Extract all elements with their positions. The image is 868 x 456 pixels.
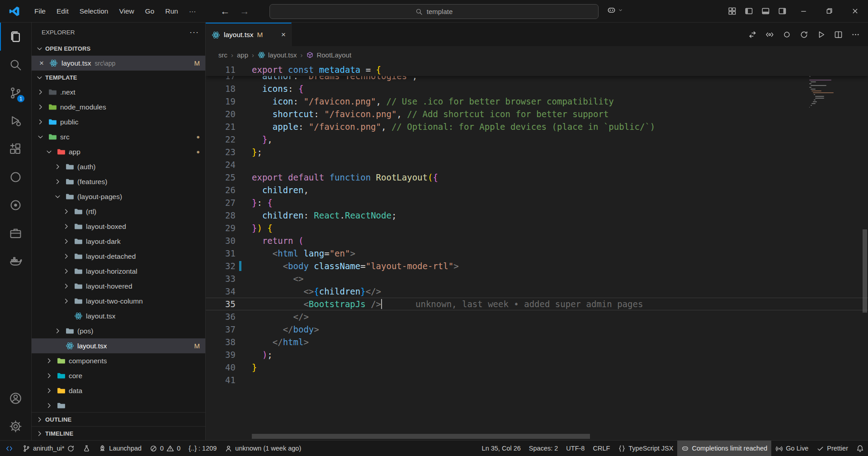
code-line-31[interactable]: 31 <html lang="en"> xyxy=(206,247,868,260)
toggle-primary-sidebar-icon[interactable] xyxy=(741,0,757,23)
settings-icon[interactable] xyxy=(0,412,31,440)
code-line-33[interactable]: 33 <> xyxy=(206,272,868,285)
status-encoding[interactable]: UTF-8 xyxy=(562,441,589,456)
command-center-search[interactable]: template xyxy=(269,4,599,19)
split-editor-icon[interactable] xyxy=(832,28,844,41)
docker-icon[interactable] xyxy=(0,247,31,275)
workspace-header[interactable]: TEMPLATE xyxy=(32,71,205,85)
code-line-19[interactable]: 19 icon: "/favicon.png", // Use .ico for… xyxy=(206,95,868,108)
menu-selection[interactable]: Selection xyxy=(74,5,114,18)
forward-arrow-icon[interactable]: → xyxy=(240,6,249,17)
tree-item-core[interactable]: core xyxy=(32,368,205,383)
code-line-40[interactable]: 40} xyxy=(206,361,868,374)
more-actions-icon[interactable] xyxy=(849,28,862,41)
tree-item-data[interactable]: data xyxy=(32,383,205,398)
customize-layout-icon[interactable] xyxy=(724,0,741,23)
tree-item-layout-horizontal[interactable]: layout-horizontal xyxy=(32,264,205,279)
menu-run[interactable]: Run xyxy=(160,5,183,18)
tree-item-node_modules[interactable]: node_modules xyxy=(32,100,205,114)
copilot-menu-button[interactable] xyxy=(607,5,623,15)
vertical-scrollbar[interactable] xyxy=(862,63,868,440)
run-code-icon[interactable] xyxy=(815,28,827,41)
tree-item-(layout-pages)[interactable]: (layout-pages) xyxy=(32,189,205,204)
code-line-28[interactable]: 28 children: React.ReactNode; xyxy=(206,209,868,222)
more-actions-icon[interactable]: ··· xyxy=(189,28,199,37)
tree-item-(features)[interactable]: (features) xyxy=(32,174,205,189)
menu-view[interactable]: View xyxy=(113,5,139,18)
menu-edit[interactable]: Edit xyxy=(51,5,74,18)
gitlens-icon[interactable] xyxy=(0,191,31,219)
status-cursor-position[interactable]: Ln 35, Col 26 xyxy=(478,441,525,456)
tree-item-src[interactable]: src● xyxy=(32,129,205,144)
tree-item-partial[interactable] xyxy=(32,398,205,412)
code-line-36[interactable]: 36 </> xyxy=(206,310,868,323)
code-line-39[interactable]: 39 ); xyxy=(206,348,868,361)
status-copilot-status[interactable]: Completions limit reached xyxy=(677,441,771,456)
tree-item-public[interactable]: public xyxy=(32,114,205,129)
remote-explorer-icon[interactable] xyxy=(0,219,31,247)
code-editor[interactable]: 11export const metadata = { 17 author: "… xyxy=(206,63,868,440)
status-eol[interactable]: CRLF xyxy=(589,441,614,456)
run-and-debug-icon[interactable] xyxy=(0,107,31,135)
horizontal-scrollbar[interactable] xyxy=(252,434,590,439)
status-problems[interactable]: 00 xyxy=(146,441,184,456)
code-line-24[interactable]: 24 xyxy=(206,158,868,171)
code-line-26[interactable]: 26 children, xyxy=(206,184,868,196)
scrollbar-thumb[interactable] xyxy=(863,229,867,313)
status-notifications[interactable] xyxy=(852,441,868,456)
open-preview-icon[interactable] xyxy=(763,28,776,41)
tree-item-app[interactable]: app● xyxy=(32,144,205,159)
tree-item-.next[interactable]: .next xyxy=(32,85,205,100)
search-icon[interactable] xyxy=(0,51,31,79)
code-line-37[interactable]: 37 </body> xyxy=(206,323,868,336)
toggle-panel-icon[interactable] xyxy=(757,0,774,23)
status-prettier[interactable]: Prettier xyxy=(812,441,852,456)
code-line-34[interactable]: 34 <>{children}</> xyxy=(206,285,868,298)
sticky-line[interactable]: 11export const metadata = { xyxy=(206,63,868,76)
accounts-icon[interactable] xyxy=(0,384,31,412)
back-arrow-icon[interactable]: ← xyxy=(220,6,230,17)
status-go-live[interactable]: Go Live xyxy=(771,441,812,456)
status-indentation[interactable]: Spaces: 2 xyxy=(525,441,562,456)
screencast-icon[interactable] xyxy=(780,28,793,41)
menu-go[interactable]: Go xyxy=(140,5,160,18)
code-line-20[interactable]: 20 shortcut: "/favicon.png", // Add shor… xyxy=(206,108,868,120)
close-icon[interactable]: × xyxy=(38,59,45,68)
menu-file[interactable]: File xyxy=(29,5,51,18)
close-button[interactable] xyxy=(842,0,868,23)
compare-changes-icon[interactable] xyxy=(746,28,759,41)
status-language-mode[interactable]: TypeScript JSX xyxy=(614,441,677,456)
extensions-icon[interactable] xyxy=(0,135,31,163)
restore-button[interactable] xyxy=(816,0,842,23)
status-git-branch[interactable]: aniruth_ui* xyxy=(19,441,79,456)
open-editors-header[interactable]: OPEN EDITORS xyxy=(32,42,205,56)
breadcrumb-app[interactable]: app xyxy=(237,51,248,59)
code-line-22[interactable]: 22 }, xyxy=(206,133,868,146)
code-line-38[interactable]: 38 </html> xyxy=(206,336,868,348)
code-line-32[interactable]: 32 <body className="layout-mode-rtl"> xyxy=(206,260,868,272)
tree-item-(auth)[interactable]: (auth) xyxy=(32,159,205,174)
tree-item-(rtl)[interactable]: (rtl) xyxy=(32,204,205,219)
tree-item-components[interactable]: components xyxy=(32,353,205,368)
status-git-blame[interactable]: unknown (1 week ago) xyxy=(221,441,305,456)
tree-item-layout-two-column[interactable]: layout-two-column xyxy=(32,294,205,309)
status-bracket-counter[interactable]: {..} : 1209 xyxy=(184,441,221,456)
explorer-icon[interactable] xyxy=(0,23,31,51)
close-icon[interactable]: × xyxy=(281,30,286,39)
code-line-21[interactable]: 21 apple: "/favicon.png", // Optional: f… xyxy=(206,120,868,133)
tree-item-(pos)[interactable]: (pos) xyxy=(32,323,205,338)
code-line-41[interactable]: 41 xyxy=(206,374,868,386)
source-control-icon[interactable]: 1 xyxy=(0,79,31,107)
open-editor-item[interactable]: × layout.tsx src\app M xyxy=(32,56,205,71)
toggle-secondary-sidebar-icon[interactable] xyxy=(774,0,791,23)
code-line-18[interactable]: 18 icons: { xyxy=(206,82,868,95)
breadcrumb-file[interactable]: layout.tsx xyxy=(258,51,297,59)
live-share-icon[interactable] xyxy=(0,163,31,191)
refresh-icon[interactable] xyxy=(797,28,810,41)
status-remote[interactable] xyxy=(0,441,19,456)
menu-more[interactable]: ··· xyxy=(184,5,202,18)
code-line-35[interactable]: 35 <BootstrapJs />unknown, last week • a… xyxy=(206,298,868,310)
timeline-header[interactable]: TIMELINE xyxy=(32,426,205,440)
tree-item-layout.tsx[interactable]: layout.tsx xyxy=(32,309,205,323)
code-line-29[interactable]: 29}) { xyxy=(206,222,868,234)
